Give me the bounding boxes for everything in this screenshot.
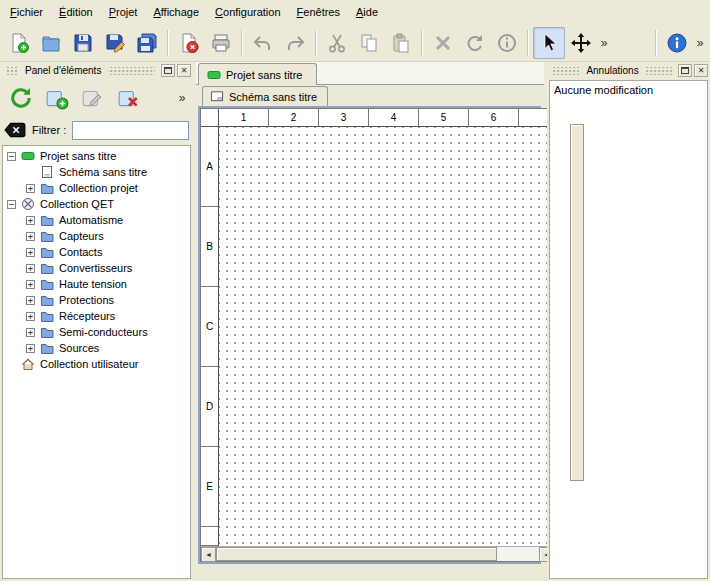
main-toolbar: » »	[0, 24, 710, 62]
about-icon	[666, 32, 688, 54]
tree-item-haute-tension[interactable]: Haute tension	[3, 276, 190, 292]
delete-button[interactable]	[427, 27, 459, 59]
menu-fichier[interactable]: Fichier	[2, 1, 51, 23]
menu-configuration[interactable]: Configuration	[207, 1, 288, 23]
expand-expander-icon[interactable]	[26, 280, 35, 289]
elements-panel-titlebar[interactable]: Panel d'éléments	[0, 62, 193, 79]
dock-close-button[interactable]	[694, 64, 708, 77]
new-file-button[interactable]	[3, 27, 35, 59]
expand-expander-icon[interactable]	[26, 232, 35, 241]
ruler-column: 5	[419, 109, 469, 126]
menu-aide[interactable]: Aide	[348, 1, 386, 23]
tree-item-protections[interactable]: Protections	[3, 292, 190, 308]
ruler-row: D	[201, 367, 218, 447]
filter-input[interactable]	[72, 121, 189, 140]
dock-drag-handle[interactable]	[108, 67, 155, 75]
ruler-row: C	[201, 287, 218, 367]
vertical-scroll-thumb[interactable]	[570, 124, 584, 481]
copy-button[interactable]	[353, 27, 385, 59]
expand-expander-icon[interactable]	[26, 216, 35, 225]
new-element-button[interactable]	[40, 82, 74, 114]
ruler-row: E	[201, 447, 218, 527]
ruler-column: 2	[269, 109, 319, 126]
paste-button[interactable]	[385, 27, 417, 59]
tree-item-recepteurs[interactable]: Récepteurs	[3, 308, 190, 324]
collapse-expander-icon[interactable]	[7, 200, 16, 209]
menu-fenetres[interactable]: Fenêtres	[289, 1, 348, 23]
tab-projet-sans-titre[interactable]: Projet sans titre	[198, 63, 317, 85]
tab-schema-sans-titre[interactable]: Schéma sans titre	[202, 86, 328, 106]
move-tool-icon	[570, 32, 592, 54]
properties-button[interactable]	[491, 27, 523, 59]
tree-item-capteurs[interactable]: Capteurs	[3, 228, 190, 244]
scroll-left-button[interactable]	[201, 547, 216, 562]
menu-edition[interactable]: Édition	[51, 1, 101, 23]
ruler-row-partial	[201, 527, 218, 546]
horizontal-scroll-track[interactable]	[216, 547, 539, 561]
dock-drag-handle[interactable]	[646, 67, 672, 75]
tree-item-collection-qet[interactable]: Collection QET	[3, 196, 190, 212]
dock-close-button[interactable]	[177, 64, 191, 77]
home-icon	[21, 357, 35, 371]
tree-item-contacts[interactable]: Contacts	[3, 244, 190, 260]
folder-icon	[40, 293, 54, 307]
vertical-scrollbar[interactable]	[569, 109, 584, 546]
ruler-column: 1	[219, 109, 269, 126]
save-as-button[interactable]	[99, 27, 131, 59]
elements-panel-title: Panel d'éléments	[22, 65, 104, 76]
toolbar-overflow-button-2[interactable]: »	[693, 34, 707, 52]
tree-item-collection-projet[interactable]: Collection projet	[3, 180, 190, 196]
tree-item-collection-utilisateur[interactable]: Collection utilisateur	[3, 356, 190, 372]
save-button[interactable]	[67, 27, 99, 59]
toolbar-separator	[241, 30, 243, 56]
vertical-scroll-track[interactable]	[570, 124, 584, 516]
cut-button[interactable]	[321, 27, 353, 59]
toolbar-overflow-button[interactable]: »	[597, 34, 611, 52]
move-tool-button[interactable]	[565, 27, 597, 59]
reload-collections-button[interactable]	[4, 82, 38, 114]
expand-expander-icon[interactable]	[26, 328, 35, 337]
elements-toolbar-overflow-button[interactable]: »	[175, 89, 189, 107]
dock-drag-handle[interactable]	[553, 67, 579, 75]
menu-projet[interactable]: Projet	[101, 1, 146, 23]
expand-expander-icon[interactable]	[26, 344, 35, 353]
print-button[interactable]	[205, 27, 237, 59]
tree-item-scheme[interactable]: Schéma sans titre	[3, 164, 190, 180]
expand-expander-icon[interactable]	[26, 264, 35, 273]
dock-float-button[interactable]	[161, 64, 175, 77]
expand-expander-icon[interactable]	[26, 296, 35, 305]
delete-element-button[interactable]	[112, 82, 146, 114]
redo-icon	[284, 32, 306, 54]
collapse-expander-icon[interactable]	[7, 152, 16, 161]
expand-expander-icon[interactable]	[26, 184, 35, 193]
save-all-button[interactable]	[131, 27, 163, 59]
horizontal-scroll-thumb[interactable]	[216, 547, 497, 561]
tree-item-semi-conducteurs[interactable]: Semi-conducteurs	[3, 324, 190, 340]
tree-item-automatisme[interactable]: Automatisme	[3, 212, 190, 228]
folder-icon	[40, 309, 54, 323]
dock-float-button[interactable]	[678, 64, 692, 77]
dock-drag-handle[interactable]	[6, 67, 18, 75]
tree-item-sources[interactable]: Sources	[3, 340, 190, 356]
close-file-button[interactable]	[173, 27, 205, 59]
undo-panel-titlebar[interactable]: Annulations	[547, 62, 710, 79]
rotate-button[interactable]	[459, 27, 491, 59]
clear-filter-icon[interactable]	[4, 122, 26, 138]
open-file-button[interactable]	[35, 27, 67, 59]
about-button[interactable]	[661, 27, 693, 59]
expand-expander-icon[interactable]	[26, 248, 35, 257]
select-tool-button[interactable]	[533, 27, 565, 59]
schema-canvas[interactable]	[219, 127, 569, 546]
project-tabbar: Projet sans titre	[196, 62, 544, 85]
delete-element-icon	[117, 86, 141, 110]
redo-button[interactable]	[279, 27, 311, 59]
select-tool-icon	[538, 32, 560, 54]
menu-affichage[interactable]: Affichage	[145, 1, 207, 23]
horizontal-scrollbar[interactable]	[201, 546, 569, 561]
undo-button[interactable]	[247, 27, 279, 59]
expand-expander-icon[interactable]	[26, 312, 35, 321]
folder-icon	[40, 261, 54, 275]
edit-element-button[interactable]	[76, 82, 110, 114]
tree-item-project[interactable]: Projet sans titre	[3, 148, 190, 164]
tree-item-convertisseurs[interactable]: Convertisseurs	[3, 260, 190, 276]
